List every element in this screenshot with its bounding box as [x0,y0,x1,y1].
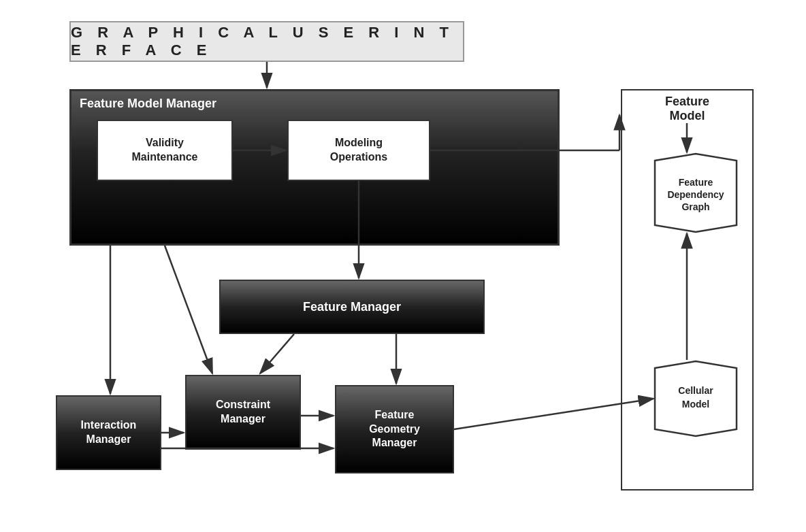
svg-line-15 [165,246,212,373]
svg-line-12 [260,334,294,373]
validity-label: ValidityMaintenance [132,136,198,165]
feature-model-box [621,89,754,491]
constraint-manager-label: ConstraintManager [216,398,270,427]
feature-geometry-manager-label: FeatureGeometryManager [369,408,420,450]
fmm-label: Feature Model Manager [80,97,216,111]
feature-model-title: FeatureModel [626,95,748,123]
gui-label: G R A P H I C A L U S E R I N T E R F A … [71,24,463,59]
gui-box: G R A P H I C A L U S E R I N T E R F A … [69,21,464,62]
validity-box: ValidityMaintenance [97,120,233,181]
modeling-box: ModelingOperations [287,120,430,181]
modeling-label: ModelingOperations [330,136,387,165]
diagram-container: G R A P H I C A L U S E R I N T E R F A … [29,14,777,518]
feature-manager-label: Feature Manager [303,300,401,314]
feature-geometry-manager-box: FeatureGeometryManager [335,385,454,473]
interaction-manager-box: InteractionManager [56,395,161,470]
constraint-manager-box: ConstraintManager [185,375,301,450]
interaction-manager-label: InteractionManager [81,418,137,447]
feature-manager-box: Feature Manager [219,280,485,334]
